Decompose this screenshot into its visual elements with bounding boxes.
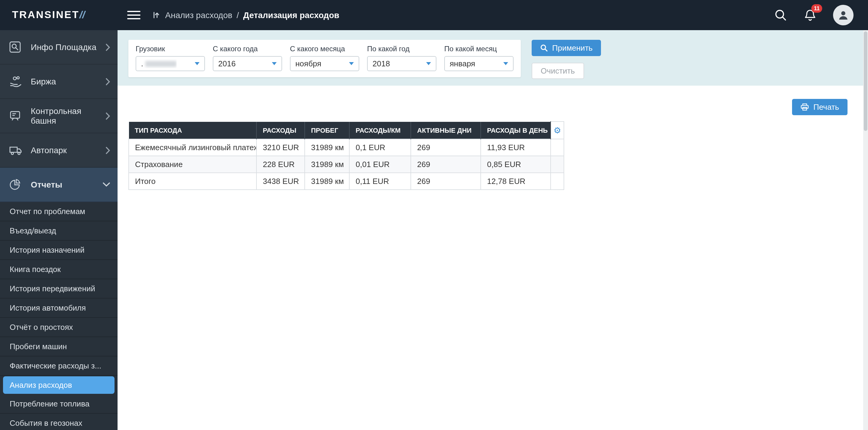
breadcrumb-current: Детализация расходов <box>243 10 339 20</box>
exchange-icon <box>9 76 25 87</box>
cell-expenses-per-day: 0,85 EUR <box>481 155 551 172</box>
topbar: TRANSINET// Анализ расходов / Детализаци… <box>0 0 868 30</box>
clear-button[interactable]: Очистить <box>532 63 584 79</box>
filter-label: С какого месяца <box>290 45 359 53</box>
search-small-icon <box>540 44 548 52</box>
column-settings-button[interactable]: ⚙ <box>551 121 564 139</box>
sidebar-subitem-idle-report[interactable]: Отчёт о простоях <box>0 318 118 337</box>
col-header-expenses-per-day: РАСХОДЫ В ДЕНЬ <box>481 121 551 139</box>
to-month-select-value: января <box>450 59 475 68</box>
to-month-select[interactable]: января <box>444 56 514 71</box>
breadcrumb-separator: / <box>237 10 239 20</box>
sidebar-item-avtopark[interactable]: Автопарк <box>0 133 118 168</box>
cell-expenses-per-km: 0,11 EUR <box>349 172 411 190</box>
filter-label: Грузовик <box>135 45 205 53</box>
sidebar-item-kontrolnaya-bashnya[interactable]: Контрольная башня <box>0 99 118 133</box>
sidebar-subitem-fuel-consumption[interactable]: Потребление топлива <box>0 394 118 414</box>
vertical-scrollbar[interactable] <box>863 30 868 430</box>
logo: TRANSINET// <box>0 9 118 21</box>
info-search-icon <box>9 41 25 53</box>
logo-text: TRANSINET <box>12 9 79 21</box>
sidebar-item-birzha[interactable]: Биржа <box>0 64 118 99</box>
sidebar-subitem-entry-exit[interactable]: Въезд/выезд <box>0 221 118 240</box>
app-window: TRANSINET// Анализ расходов / Детализаци… <box>0 0 868 430</box>
sidebar-item-otchety[interactable]: Отчеты <box>0 168 118 202</box>
filter-label: По какой месяц <box>444 45 514 53</box>
scrollbar-thumb[interactable] <box>864 31 867 131</box>
caret-down-icon <box>349 62 354 65</box>
caret-down-icon <box>272 62 277 65</box>
cell-expenses-per-km: 0,1 EUR <box>349 139 411 155</box>
sidebar-subitem-geozone-events[interactable]: События в геозонах <box>0 414 118 430</box>
sidebar-subitem-movement-history[interactable]: История передвижений <box>0 279 118 298</box>
sidebar-subitem-assignment-history[interactable]: История назначений <box>0 240 118 260</box>
truck-select[interactable]: . <box>135 56 205 71</box>
notifications-badge: 11 <box>811 4 822 13</box>
cell-expenses: 228 EUR <box>256 155 305 172</box>
filter-field-to-month: По какой месяц января <box>444 45 514 71</box>
truck-select-value: . <box>141 59 143 68</box>
breadcrumb-parent[interactable]: Анализ расходов <box>165 10 232 20</box>
toolbar-row: Печать <box>118 86 868 115</box>
table-row: Страхование 228 EUR 31989 км 0,01 EUR 26… <box>129 155 564 172</box>
printer-icon <box>801 103 809 111</box>
sidebar-item-label: Автопарк <box>31 145 102 155</box>
avatar[interactable] <box>833 5 854 25</box>
sidebar: Инфо Площадка Биржа Контрольная башня Ав… <box>0 30 118 430</box>
expense-table: ТИП РАСХОДА РАСХОДЫ ПРОБЕГ РАСХОДЫ/КМ АК… <box>128 121 564 190</box>
sidebar-subitem-trip-book[interactable]: Книга поездок <box>0 260 118 279</box>
main-content: Грузовик . С какого года 2016 С какого м… <box>118 30 868 430</box>
caret-down-icon <box>195 62 199 65</box>
cell-expense-type: Страхование <box>129 155 256 172</box>
sidebar-subitem-actual-expenses[interactable]: Фактические расходы з... <box>0 356 118 376</box>
search-icon[interactable] <box>774 8 787 22</box>
print-button[interactable]: Печать <box>792 99 847 115</box>
filter-strip: Грузовик . С какого года 2016 С какого м… <box>118 30 868 86</box>
cell-active-days: 269 <box>411 155 481 172</box>
cell-empty <box>551 155 564 172</box>
sidebar-item-label: Биржа <box>31 77 102 86</box>
cell-mileage: 31989 км <box>305 139 349 155</box>
table-row: Ежемесячный лизинговый платеж 3210 EUR 3… <box>129 139 564 155</box>
sidebar-item-info-ploshchadka[interactable]: Инфо Площадка <box>0 30 118 64</box>
notifications-bell-icon[interactable]: 11 <box>804 8 817 22</box>
cell-mileage: 31989 км <box>305 172 349 190</box>
gear-icon: ⚙ <box>553 125 561 135</box>
from-month-select[interactable]: ноября <box>290 56 359 71</box>
col-header-expenses: РАСХОДЫ <box>256 121 305 139</box>
cell-expenses: 3210 EUR <box>256 139 305 155</box>
redacted-text <box>145 61 176 67</box>
cell-active-days: 269 <box>411 172 481 190</box>
table-header-row: ТИП РАСХОДА РАСХОДЫ ПРОБЕГ РАСХОДЫ/КМ АК… <box>129 121 564 139</box>
filter-card: Грузовик . С какого года 2016 С какого м… <box>128 40 521 77</box>
cell-empty <box>551 172 564 190</box>
filter-field-to-year: По какой год 2018 <box>367 45 436 71</box>
sidebar-subitem-mileage[interactable]: Пробеги машин <box>0 337 118 356</box>
reports-submenu: Отчет по проблемам Въезд/выезд История н… <box>0 202 118 430</box>
filter-field-truck: Грузовик . <box>135 45 205 71</box>
to-year-select[interactable]: 2018 <box>367 56 436 71</box>
sidebar-item-label: Отчеты <box>31 180 99 190</box>
filter-field-from-year: С какого года 2016 <box>213 45 282 71</box>
chevron-right-icon <box>105 112 110 120</box>
sidebar-subitem-problem-report[interactable]: Отчет по проблемам <box>0 202 118 221</box>
topbar-actions: 11 <box>774 5 868 25</box>
chevron-right-icon <box>105 78 110 85</box>
expense-table-wrap: ТИП РАСХОДА РАСХОДЫ ПРОБЕГ РАСХОДЫ/КМ АК… <box>128 121 868 190</box>
hamburger-menu-icon[interactable] <box>127 8 141 22</box>
sidebar-subitem-expense-analysis-selected[interactable]: Анализ расходов <box>3 376 115 394</box>
cell-empty <box>551 139 564 155</box>
from-month-select-value: ноября <box>296 59 321 68</box>
chevron-down-icon <box>102 182 110 187</box>
cell-expenses: 3438 EUR <box>256 172 305 190</box>
col-header-active-days: АКТИВНЫЕ ДНИ <box>411 121 481 139</box>
breadcrumb: Анализ расходов / Детализация расходов <box>153 10 339 20</box>
sidebar-subitem-vehicle-history[interactable]: История автомобиля <box>0 298 118 318</box>
caret-down-icon <box>426 62 431 65</box>
col-header-expenses-per-km: РАСХОДЫ/КМ <box>349 121 411 139</box>
cell-mileage: 31989 км <box>305 155 349 172</box>
apply-button[interactable]: Применить <box>532 40 601 56</box>
to-year-select-value: 2018 <box>373 59 390 68</box>
from-year-select[interactable]: 2016 <box>213 56 282 71</box>
col-header-expense-type: ТИП РАСХОДА <box>129 121 256 139</box>
